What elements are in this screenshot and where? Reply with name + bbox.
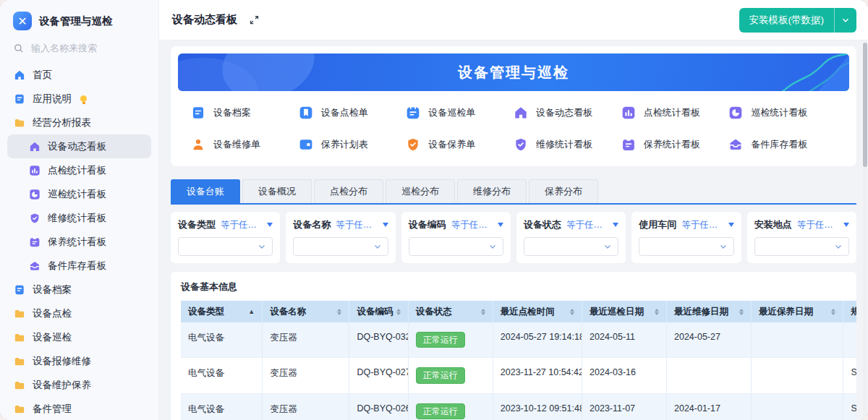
triangle-down-icon[interactable] [383,223,388,227]
sidebar-item[interactable]: 经营分析报表 [7,111,151,134]
sidebar-item-label: 点检统计看板 [48,164,106,177]
shortcut-item[interactable]: 设备动态看板 [514,106,621,120]
sidebar-item-label: 设备报修维修 [33,355,91,368]
fullscreen-expand-icon[interactable] [249,14,260,25]
scrollbar-thumb[interactable] [863,43,867,167]
shortcut-item[interactable]: 设备巡检单 [406,106,514,120]
sidebar-item[interactable]: 首页 [7,63,151,87]
table-cell: SF [843,358,856,393]
sidebar-item-label: 设备维护保养 [33,379,91,392]
sidebar-item[interactable]: 备件管理 [7,397,151,420]
sort-icon[interactable] [831,309,835,315]
shortcut-item[interactable]: 设备维修单 [191,137,299,152]
chevron-down-icon[interactable] [835,8,856,33]
sidebar-search[interactable] [13,42,145,54]
shortcut-item[interactable]: 设备档案 [191,106,299,120]
tab-strip: 设备台账设备概况点检分布巡检分布维修分布保养分布 [171,179,856,205]
sort-icon[interactable] [655,309,659,315]
sidebar-item-label: 备件管理 [33,403,72,416]
sidebar-item[interactable]: 应用说明 [7,87,151,111]
sort-icon[interactable] [570,309,574,315]
filter-select[interactable] [524,237,618,256]
filter-select[interactable] [639,237,733,256]
sort-icon[interactable] [396,309,401,315]
tab-5[interactable]: 保养分布 [529,179,598,203]
column-header[interactable]: 最近点检时间 [493,301,582,322]
filter-operator[interactable]: 等于任意... [681,219,723,231]
chevron-down-icon [603,242,612,251]
filter-select[interactable] [754,237,849,256]
sidebar-item[interactable]: 设备动态看板 [7,134,151,158]
sort-icon[interactable] [337,309,341,315]
shortcut-item[interactable]: 巡检统计看板 [728,106,836,120]
tab-3[interactable]: 巡检分布 [386,179,455,203]
sidebar-item-label: 设备点检 [33,307,72,320]
shortcut-item[interactable]: 设备保养单 [406,137,514,152]
column-header[interactable]: 最近维修日期 [667,301,752,322]
install-template-button[interactable]: 安装模板(带数据) [739,8,857,33]
triangle-down-icon[interactable] [498,223,503,227]
sort-icon[interactable] [739,309,744,315]
triangle-down-icon[interactable] [728,223,734,227]
app-logo-row: ✕ 设备管理与巡检 [0,9,158,42]
sort-asc-icon[interactable]: ▲ [248,308,255,315]
column-header[interactable]: 设备类型▲ [181,301,263,322]
filter-operator[interactable]: 等于任意... [451,219,493,231]
table-row[interactable]: 电气设备变压器DQ-BYQ-027正常运行2023-11-27 10:54:42… [181,358,856,393]
sidebar-item[interactable]: 设备档案 [7,278,151,301]
filter-card: 设备编码等于任意... [401,212,511,263]
table-row[interactable]: 电气设备变压器DQ-BYQ-026正常运行2023-10-12 09:51:48… [181,393,856,420]
sidebar-item[interactable]: 备件库存看板 [7,254,151,278]
shortcut-item[interactable]: 保养计划表 [299,137,407,152]
column-label: 最近巡检日期 [590,306,644,318]
shortcut-item[interactable]: 设备点检单 [299,106,407,120]
sidebar-item[interactable]: 设备巡检 [7,325,151,349]
filter-label: 设备类型 [178,218,216,231]
shortcut-item[interactable]: 备件库存看板 [728,137,836,152]
folder-icon [14,356,25,367]
column-header[interactable]: 设备编码 [349,301,408,322]
column-header[interactable]: 规 [843,301,856,322]
tab-0[interactable]: 设备台账 [171,179,240,203]
column-header[interactable]: 最近保养日期 [751,301,843,322]
filter-card: 安装地点等于任意... [747,212,856,263]
filter-select[interactable] [178,237,273,256]
shield-check-icon [514,137,528,152]
filter-operator[interactable]: 等于任意... [336,219,377,231]
sort-icon[interactable] [481,309,485,315]
tab-4[interactable]: 维修分布 [457,179,527,203]
triangle-down-icon[interactable] [267,223,273,227]
filter-select[interactable] [293,237,388,256]
column-header[interactable]: 设备名称 [263,301,349,322]
table-row[interactable]: 电气设备变压器DQ-BYQ-032正常运行2024-05-27 19:14:18… [181,322,856,358]
triangle-down-icon[interactable] [843,223,849,227]
table-panel: 设备基本信息 设备类型▲设备名称设备编码设备状态最近点检时间最近巡检日期最近维修… [171,272,856,420]
equipment-table: 设备类型▲设备名称设备编码设备状态最近点检时间最近巡检日期最近维修日期最近保养日… [181,301,856,420]
sidebar-item[interactable]: 设备报修维修 [7,349,151,373]
shortcut-label: 设备档案 [213,106,251,119]
document-icon [14,284,25,296]
page-title: 设备动态看板 [172,13,237,27]
shortcut-item[interactable]: 维修统计看板 [514,137,621,152]
sidebar-item[interactable]: 设备维护保养 [7,373,151,397]
tab-1[interactable]: 设备概况 [242,179,312,203]
filter-select[interactable] [409,237,503,256]
tab-2[interactable]: 点检分布 [314,179,383,203]
sidebar-item[interactable]: 点检统计看板 [7,158,151,182]
table-cell: 变压器 [263,322,349,358]
filter-operator[interactable]: 等于任意... [221,219,262,231]
filter-operator[interactable]: 等于任意... [566,219,608,231]
shortcut-item[interactable]: 保养统计看板 [621,137,729,152]
search-input[interactable] [30,42,138,54]
sidebar-item[interactable]: 设备点检 [7,301,151,325]
column-header[interactable]: 最近巡检日期 [582,301,667,322]
filter-operator[interactable]: 等于任意... [797,219,838,231]
column-header[interactable]: 设备状态 [408,301,493,322]
sidebar-item[interactable]: 保养统计看板 [7,230,151,254]
shortcut-label: 设备点检单 [321,106,368,119]
shortcut-item[interactable]: 点检统计看板 [621,106,729,120]
sidebar-item[interactable]: 巡检统计看板 [7,182,151,206]
triangle-down-icon[interactable] [613,223,618,227]
sidebar-item[interactable]: 维修统计看板 [7,206,151,230]
banner-wave-decoration [690,53,849,91]
